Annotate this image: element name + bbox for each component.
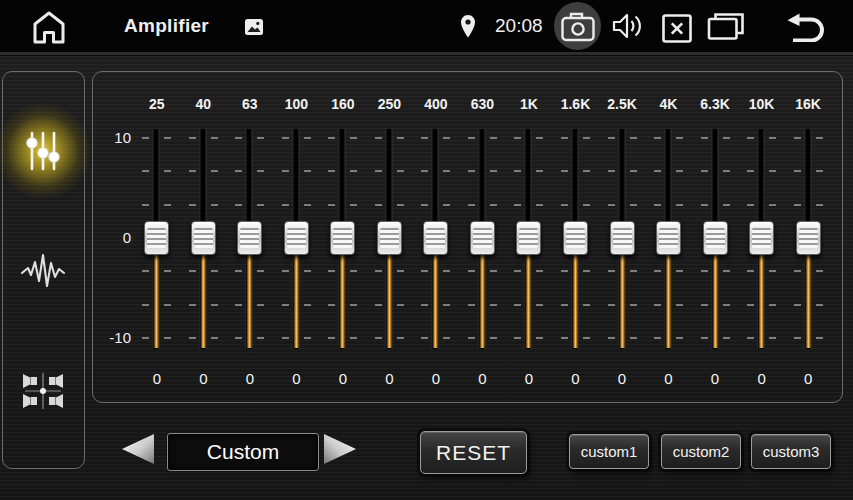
slider-tick bbox=[142, 170, 149, 172]
slider-tick bbox=[421, 304, 428, 306]
band-value-label: 0 bbox=[366, 370, 413, 387]
slider-knob[interactable] bbox=[237, 221, 262, 255]
slider-tick bbox=[701, 137, 708, 139]
band-value-label: 0 bbox=[505, 370, 552, 387]
gallery-button[interactable] bbox=[243, 17, 264, 36]
sidebar-item-sound-effect[interactable] bbox=[13, 241, 73, 301]
band-frequency-label: 400 bbox=[412, 96, 459, 112]
preset-selector[interactable]: Custom bbox=[167, 433, 319, 471]
sidebar-item-equalizer[interactable] bbox=[13, 121, 73, 181]
sidebar-item-balance-fader[interactable] bbox=[13, 361, 73, 421]
slider-knob[interactable] bbox=[144, 221, 169, 255]
slider-track-active[interactable] bbox=[247, 253, 252, 348]
home-button[interactable] bbox=[28, 8, 70, 46]
band-value-label: 0 bbox=[133, 370, 180, 387]
slider-tick bbox=[421, 204, 428, 206]
slider-tick bbox=[421, 170, 428, 172]
slider-knob[interactable] bbox=[423, 221, 448, 255]
slider-tick bbox=[375, 137, 382, 139]
slider-tick bbox=[468, 304, 475, 306]
slider-knob[interactable] bbox=[470, 221, 495, 255]
band-frequency-label: 1K bbox=[505, 96, 552, 112]
preset-prev-button[interactable] bbox=[120, 433, 156, 465]
recent-apps-button[interactable] bbox=[706, 12, 745, 41]
slider-tick bbox=[257, 270, 264, 272]
slider-track-active[interactable] bbox=[806, 253, 811, 348]
slider-tick bbox=[490, 204, 497, 206]
slider-track-active[interactable] bbox=[759, 253, 764, 348]
speaker-balance-icon bbox=[20, 368, 66, 414]
slider-tick bbox=[747, 304, 754, 306]
slider-tick bbox=[142, 304, 149, 306]
slider-tick bbox=[816, 304, 823, 306]
slider-track-active[interactable] bbox=[387, 253, 392, 348]
slider-track-active[interactable] bbox=[713, 253, 718, 348]
slider-tick bbox=[747, 170, 754, 172]
back-button[interactable] bbox=[784, 12, 826, 42]
slider-tick bbox=[676, 337, 683, 339]
reset-button[interactable]: RESET bbox=[420, 431, 527, 474]
slider-knob[interactable] bbox=[749, 221, 774, 255]
custom3-button[interactable]: custom3 bbox=[751, 434, 831, 469]
slider-tick bbox=[468, 170, 475, 172]
volume-button[interactable] bbox=[610, 11, 645, 41]
slider-tick bbox=[583, 137, 590, 139]
eq-band-column: 6.3K 0 bbox=[692, 72, 739, 402]
slider-knob[interactable] bbox=[330, 221, 355, 255]
eq-band-column: 250 0 bbox=[366, 72, 413, 402]
slider-track-active[interactable] bbox=[340, 253, 345, 348]
slider-tick bbox=[211, 270, 218, 272]
slider-tick bbox=[468, 204, 475, 206]
slider-tick bbox=[608, 204, 615, 206]
slider-tick bbox=[747, 337, 754, 339]
slider-tick bbox=[328, 304, 335, 306]
slider-track-active[interactable] bbox=[620, 253, 625, 348]
slider-track-active[interactable] bbox=[201, 253, 206, 348]
slider-tick bbox=[723, 137, 730, 139]
custom1-button[interactable]: custom1 bbox=[569, 434, 649, 469]
slider-knob[interactable] bbox=[656, 221, 681, 255]
slider-track-active[interactable] bbox=[154, 253, 159, 348]
axis-label-zero: 0 bbox=[95, 229, 131, 247]
slider-tick bbox=[561, 204, 568, 206]
slider-knob[interactable] bbox=[377, 221, 402, 255]
custom2-button[interactable]: custom2 bbox=[661, 434, 741, 469]
close-window-button[interactable] bbox=[661, 13, 692, 43]
band-value-label: 0 bbox=[692, 370, 739, 387]
slider-knob[interactable] bbox=[796, 221, 821, 255]
camera-icon bbox=[561, 11, 595, 42]
slider-knob[interactable] bbox=[516, 221, 541, 255]
arrow-left-icon bbox=[120, 433, 156, 465]
slider-knob[interactable] bbox=[191, 221, 216, 255]
slider-tick bbox=[536, 304, 543, 306]
preset-next-button[interactable] bbox=[322, 433, 358, 465]
slider-tick bbox=[328, 170, 335, 172]
slider-tick bbox=[328, 137, 335, 139]
slider-tick bbox=[282, 304, 289, 306]
slider-track-active[interactable] bbox=[480, 253, 485, 348]
slider-track-active[interactable] bbox=[666, 253, 671, 348]
slider-tick bbox=[816, 270, 823, 272]
slider-tick bbox=[561, 137, 568, 139]
slider-tick bbox=[583, 170, 590, 172]
slider-knob[interactable] bbox=[284, 221, 309, 255]
slider-tick bbox=[676, 137, 683, 139]
location-status bbox=[460, 13, 476, 39]
slider-track-active[interactable] bbox=[433, 253, 438, 348]
slider-tick bbox=[701, 270, 708, 272]
slider-tick bbox=[397, 270, 404, 272]
slider-tick bbox=[794, 204, 801, 206]
slider-knob[interactable] bbox=[610, 221, 635, 255]
slider-tick bbox=[421, 337, 428, 339]
slider-tick bbox=[397, 204, 404, 206]
slider-track-active[interactable] bbox=[294, 253, 299, 348]
slider-tick bbox=[189, 270, 196, 272]
slider-knob[interactable] bbox=[563, 221, 588, 255]
band-frequency-label: 250 bbox=[366, 96, 413, 112]
camera-button[interactable] bbox=[554, 2, 601, 50]
slider-track-active[interactable] bbox=[573, 253, 578, 348]
slider-track-active[interactable] bbox=[526, 253, 531, 348]
slider-knob[interactable] bbox=[703, 221, 728, 255]
slider-tick bbox=[235, 137, 242, 139]
slider-tick bbox=[375, 270, 382, 272]
